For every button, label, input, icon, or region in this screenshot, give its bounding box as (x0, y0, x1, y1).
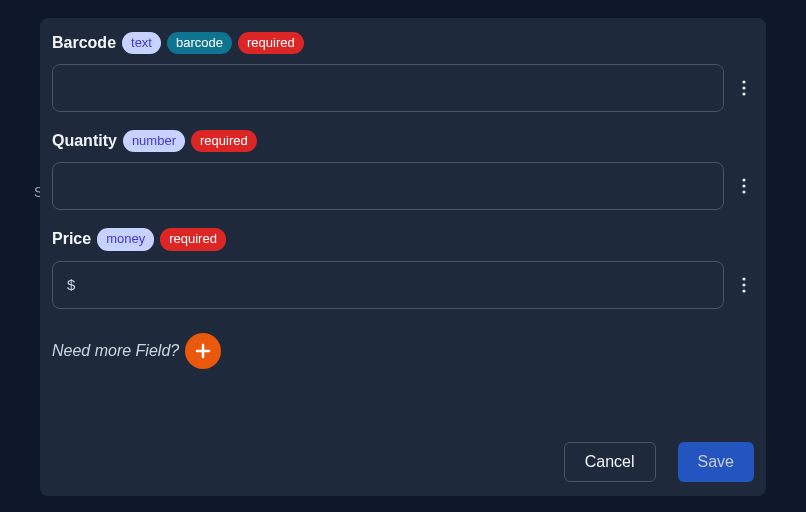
svg-point-1 (742, 87, 745, 90)
save-button[interactable]: Save (678, 442, 754, 482)
svg-point-7 (742, 283, 745, 286)
barcode-label: Barcode (52, 34, 116, 52)
svg-point-2 (742, 93, 745, 96)
badge-required: required (238, 32, 304, 54)
field-group-barcode: Barcode text barcode required (52, 32, 754, 112)
svg-point-3 (742, 179, 745, 182)
modal-footer: Cancel Save (564, 442, 754, 482)
badge-required: required (160, 228, 226, 250)
svg-point-6 (742, 277, 745, 280)
price-label: Price (52, 230, 91, 248)
more-vertical-icon[interactable] (734, 275, 754, 295)
field-label-row-barcode: Barcode text barcode required (52, 32, 754, 54)
more-vertical-icon[interactable] (734, 176, 754, 196)
form-modal: Barcode text barcode required Quantity n… (40, 18, 766, 496)
price-input-row: $ (52, 261, 754, 309)
svg-point-0 (742, 81, 745, 84)
badge-text: text (122, 32, 161, 54)
price-input-wrapper[interactable]: $ (52, 261, 724, 309)
price-input[interactable] (81, 276, 709, 293)
quantity-input[interactable] (67, 178, 709, 195)
barcode-input-wrapper[interactable] (52, 64, 724, 112)
add-field-row: Need more Field? (52, 333, 754, 369)
badge-required: required (191, 130, 257, 152)
field-group-price: Price money required $ (52, 228, 754, 308)
field-label-row-price: Price money required (52, 228, 754, 250)
plus-icon (194, 342, 212, 360)
svg-point-4 (742, 185, 745, 188)
quantity-input-wrapper[interactable] (52, 162, 724, 210)
barcode-input[interactable] (67, 80, 709, 97)
badge-barcode: barcode (167, 32, 232, 54)
field-group-quantity: Quantity number required (52, 130, 754, 210)
add-field-button[interactable] (185, 333, 221, 369)
barcode-input-row (52, 64, 754, 112)
badge-number: number (123, 130, 185, 152)
currency-prefix: $ (67, 276, 75, 293)
cancel-button[interactable]: Cancel (564, 442, 656, 482)
svg-point-5 (742, 191, 745, 194)
badge-money: money (97, 228, 154, 250)
quantity-input-row (52, 162, 754, 210)
quantity-label: Quantity (52, 132, 117, 150)
field-label-row-quantity: Quantity number required (52, 130, 754, 152)
more-vertical-icon[interactable] (734, 78, 754, 98)
add-field-prompt: Need more Field? (52, 342, 179, 360)
svg-point-8 (742, 289, 745, 292)
